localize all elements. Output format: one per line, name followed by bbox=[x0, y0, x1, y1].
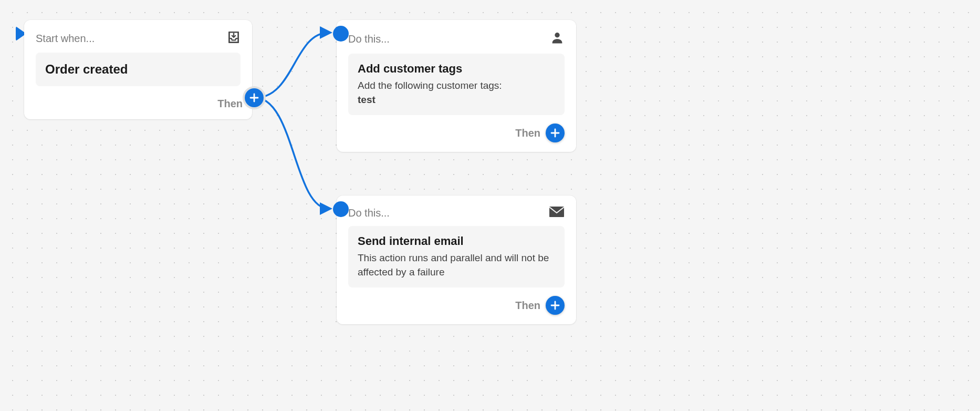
action-header: Do this... bbox=[348, 30, 565, 47]
trigger-header: Start when... bbox=[36, 30, 241, 46]
action-card-add-customer-tags[interactable]: Do this... Add customer tags Add the fol… bbox=[337, 20, 576, 152]
trigger-title: Order created bbox=[45, 62, 231, 77]
svg-point-1 bbox=[555, 33, 559, 37]
action-desc-value: test bbox=[358, 93, 555, 107]
action-card-send-internal-email[interactable]: Do this... Send internal email This acti… bbox=[337, 196, 576, 324]
action-header: Do this... bbox=[348, 206, 565, 220]
then-label: Then bbox=[515, 300, 540, 312]
trigger-body: Order created bbox=[36, 53, 241, 86]
action-footer: Then bbox=[348, 287, 565, 315]
add-step-button[interactable] bbox=[245, 88, 264, 107]
inbox-download-icon bbox=[227, 30, 241, 46]
action-title: Send internal email bbox=[358, 234, 555, 248]
action-header-label: Do this... bbox=[348, 207, 390, 219]
action-body: Add customer tags Add the following cust… bbox=[348, 54, 565, 115]
trigger-card[interactable]: Start when... Order created Then bbox=[24, 20, 252, 119]
action-node-dot-2 bbox=[333, 201, 349, 217]
svg-rect-2 bbox=[549, 207, 564, 217]
action-node-dot-1 bbox=[333, 26, 349, 42]
person-icon bbox=[550, 30, 565, 47]
add-step-button[interactable] bbox=[546, 124, 565, 142]
trigger-header-label: Start when... bbox=[36, 33, 95, 45]
action-footer: Then bbox=[348, 115, 565, 142]
action-header-label: Do this... bbox=[348, 33, 390, 45]
then-label: Then bbox=[515, 127, 540, 139]
action-desc: This action runs and parallel and will n… bbox=[358, 251, 555, 279]
trigger-footer: Then bbox=[36, 86, 243, 110]
mail-icon bbox=[549, 206, 565, 220]
add-step-button[interactable] bbox=[546, 296, 565, 315]
action-body: Send internal email This action runs and… bbox=[348, 226, 565, 287]
action-desc: Add the following customer tags: bbox=[358, 79, 555, 93]
then-label: Then bbox=[217, 98, 243, 110]
action-title: Add customer tags bbox=[358, 62, 555, 76]
